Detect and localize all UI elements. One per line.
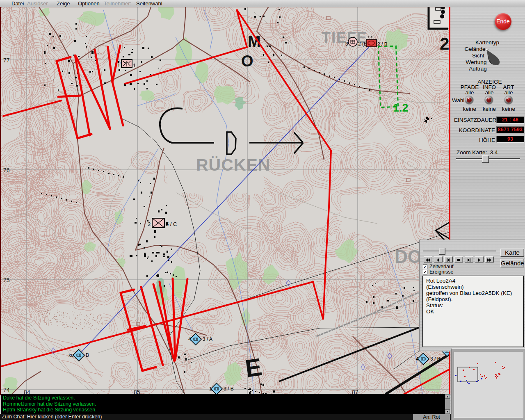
- svg-text:1: 1: [133, 62, 136, 68]
- svg-text:4: 4: [188, 336, 191, 342]
- svg-text:74: 74: [3, 387, 10, 393]
- svg-text:77: 77: [3, 57, 10, 64]
- svg-text:xo: xo: [68, 352, 74, 358]
- svg-text:RÜCKEN: RÜCKEN: [196, 155, 270, 174]
- svg-text:1.2: 1.2: [393, 102, 409, 114]
- svg-text:1: 1: [209, 386, 212, 392]
- svg-text:3 / B: 3 / B: [430, 356, 441, 362]
- svg-text:O: O: [241, 52, 253, 70]
- svg-text:3: 3: [345, 41, 348, 47]
- svg-text:5 / C: 5 / C: [166, 221, 177, 227]
- svg-text:3 / B: 3 / B: [224, 386, 234, 392]
- svg-text:2: 2: [148, 221, 151, 227]
- svg-text:DO: DO: [395, 247, 422, 267]
- svg-text:2 / B: 2 / B: [377, 41, 388, 47]
- svg-text:76: 76: [3, 167, 10, 173]
- svg-text:B: B: [86, 352, 89, 358]
- svg-text:4: 4: [416, 356, 419, 362]
- svg-text:1: 1: [117, 62, 120, 68]
- svg-text:75: 75: [3, 277, 10, 283]
- svg-text:2 (B: 2 (B: [358, 41, 367, 47]
- svg-text:3 / A: 3 / A: [203, 336, 212, 342]
